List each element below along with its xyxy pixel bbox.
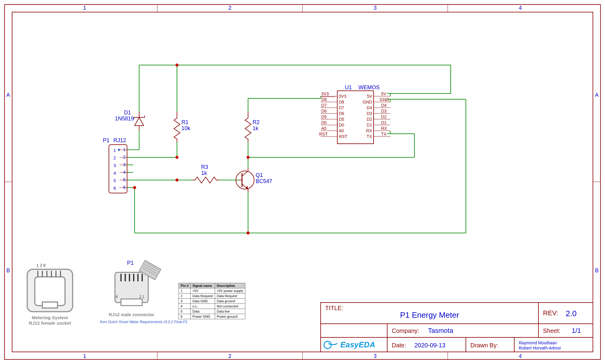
- U1-ri3: D3: [367, 111, 372, 116]
- svg-rect-89: [42, 302, 57, 308]
- company-value: Tasmota: [428, 327, 453, 334]
- U1-ri2: D4: [367, 105, 372, 110]
- plug-pin6: 6: [116, 294, 118, 299]
- title-value: P1 Energy Meter: [400, 310, 459, 320]
- table-row: 5DataData line: [179, 309, 245, 314]
- svg-point-38: [247, 231, 250, 234]
- U1-ro2: D4: [381, 103, 387, 108]
- table-row: 2Data RequestData Request: [179, 293, 245, 299]
- U1-lo1: D8: [321, 97, 327, 102]
- U1-li7: RST: [339, 134, 347, 139]
- U1-ri5: D1: [367, 123, 372, 127]
- frame-row-Ar: A: [595, 92, 599, 98]
- rj12-plug-illustration: P1 6 2 1 RJ12 male connector from Dutch …: [100, 260, 187, 324]
- U1-ri1: GND: [363, 100, 372, 104]
- frame-col-4t: 4: [519, 5, 522, 11]
- U1-lo2: D7: [321, 103, 327, 108]
- pin-table-header: Pin # Signal name Description: [179, 283, 245, 288]
- rev-value: 2.0: [566, 309, 577, 318]
- schematic-canvas: 1 2 3 4 1 2 3 4 A B A B: [0, 0, 605, 364]
- component-R3: R3 1k: [192, 164, 219, 183]
- frame-col-2b: 2: [228, 353, 231, 359]
- frame-col-4b: 4: [519, 353, 522, 359]
- date-value: 2020-09-13: [414, 342, 445, 349]
- P1-pin4-l: 4: [113, 170, 116, 175]
- svg-point-35: [175, 156, 178, 159]
- component-U1: U1 WEMOS 3V3 3V3 D8 D8 D7 D7 D6 D6: [319, 84, 390, 144]
- component-Q1: Q1 BC547: [236, 168, 272, 192]
- U1-ri0: 5V: [367, 94, 372, 99]
- socket-label1: Metering System: [32, 315, 68, 320]
- P1-ref: P1: [103, 137, 110, 143]
- U1-right-pins: 5V 5V GND GND D4 D4 D3 D3 D2 D2 D1 D1 RX…: [363, 91, 390, 139]
- Q1-ref: Q1: [256, 172, 263, 178]
- table-row: 3Data GNDData ground: [179, 299, 245, 304]
- U1-ro6: RX: [381, 126, 387, 131]
- table-row: 4n.c.Not connected: [179, 304, 245, 309]
- table-row: 1+5V+5V power supply: [179, 288, 245, 293]
- U1-left-pins: 3V3 3V3 D8 D8 D7 D7 D6 D6 D5 D5 D0 D0 A0…: [319, 91, 347, 139]
- U1-li3: D6: [339, 111, 344, 116]
- svg-point-34: [175, 64, 178, 67]
- frame-col-3t: 3: [374, 5, 377, 11]
- U1-ro7: TX: [381, 132, 387, 136]
- svg-line-80: [387, 93, 390, 96]
- U1-li5: D0: [339, 123, 344, 127]
- U1-lo0: 3V3: [321, 91, 329, 96]
- logo-text: EasyEDA: [340, 340, 375, 349]
- drawing-frame: 1 2 3 4 1 2 3 4 A B A B: [5, 5, 600, 359]
- U1-li6: A0: [339, 128, 344, 133]
- svg-point-37: [247, 156, 250, 159]
- component-R2: R2 1k: [245, 112, 260, 142]
- U1-li4: D5: [339, 117, 344, 122]
- frame-col-1t: 1: [83, 5, 86, 11]
- U1-ro3: D3: [381, 109, 387, 113]
- U1-lo4: D5: [321, 114, 327, 119]
- easyeda-logo: EasyEDA: [324, 340, 375, 349]
- svg-rect-1: [12, 12, 593, 352]
- U1-ri4: D2: [367, 117, 372, 122]
- svg-rect-88: [35, 277, 65, 306]
- frame-col-2t: 2: [228, 5, 231, 11]
- P1-pin3-r: 3: [123, 162, 126, 167]
- U1-li1: D8: [339, 100, 344, 104]
- R1-ref: R1: [182, 119, 188, 125]
- R2-ref: R2: [253, 119, 260, 125]
- junctions: [133, 64, 250, 234]
- P1-pin4-r: 4: [123, 169, 126, 175]
- U1-ro0: 5V: [381, 91, 387, 96]
- P1-pin5-r: 5: [123, 177, 126, 182]
- drawn2: Robert Horvath-Arkosi: [519, 346, 561, 350]
- drawn1: Raymond Mouthaan: [519, 340, 557, 345]
- U1-ro5: D1: [381, 120, 387, 125]
- title-label: TITLE:: [325, 305, 343, 311]
- P1-pin1-r: 1: [123, 147, 126, 152]
- svg-rect-97: [121, 299, 142, 306]
- U1-li0: 3V3: [339, 94, 346, 99]
- th-pin: Pin #: [179, 283, 191, 288]
- D1-ref: D1: [124, 110, 131, 116]
- P1-pin6-r: 6: [123, 185, 126, 190]
- svg-point-54: [118, 149, 120, 151]
- plug-pin21: 2 1: [139, 294, 145, 299]
- P1-value: RJ12: [113, 137, 126, 143]
- U1-ri6: RX: [366, 128, 372, 133]
- plug-ref: P1: [127, 260, 134, 266]
- socket-label2: RJ12 female socket: [29, 320, 71, 326]
- U1-ro4: D2: [381, 114, 387, 119]
- P1-pin6-l: 6: [113, 185, 116, 191]
- R3-ref: R3: [201, 164, 208, 170]
- svg-rect-0: [5, 5, 600, 359]
- svg-point-36: [175, 179, 178, 182]
- P1-pin2-r: 2: [123, 154, 126, 159]
- U1-lo7: RST: [319, 132, 328, 136]
- svg-point-39: [133, 186, 136, 189]
- U1-ri7: TX: [367, 134, 372, 139]
- wires: [127, 65, 466, 233]
- svg-marker-41: [135, 117, 144, 126]
- P1-pin1-l: 1: [113, 148, 116, 153]
- U1-lo6: A0: [321, 126, 326, 131]
- frame-row-Bl: B: [6, 267, 10, 274]
- th-signal: Signal name: [191, 283, 215, 288]
- pin-table-container: Pin # Signal name Description 1+5V+5V po…: [178, 283, 278, 334]
